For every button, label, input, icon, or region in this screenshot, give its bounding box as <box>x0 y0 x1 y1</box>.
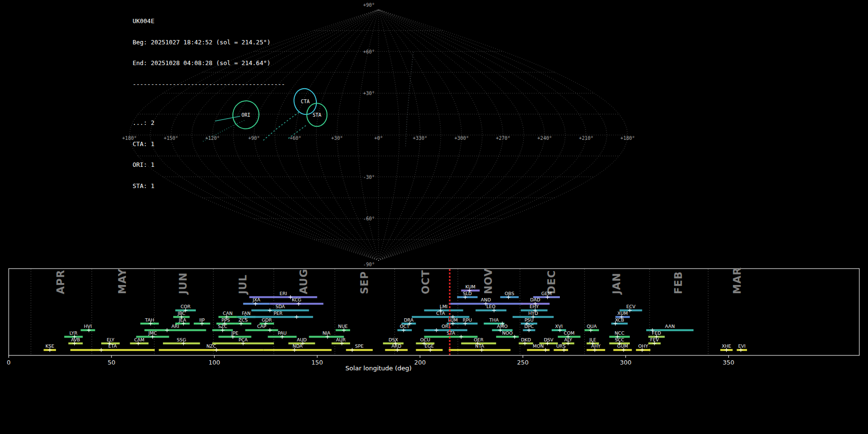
shower-bar-STA <box>424 336 478 338</box>
shower-label-DRA: DRA <box>404 317 414 323</box>
month-label-jan: JAN <box>611 272 623 295</box>
shower-label-LEO: LEO <box>487 304 496 309</box>
x-axis-title: Solar longitude (deg) <box>345 365 411 372</box>
shower-bar-NZC <box>159 349 264 351</box>
lat-label: +90° <box>363 2 375 8</box>
shower-label-NUE: NUE <box>338 324 348 329</box>
shower-label-THA: THA <box>489 317 499 323</box>
shower-label-AAN: AAN <box>665 324 675 329</box>
x-tick-label: 0 <box>7 359 11 366</box>
shower-label-HVI: HVI <box>84 324 92 329</box>
shower-label-NOO: NOO <box>502 330 513 336</box>
grid-meridian <box>316 10 379 260</box>
shower-bar-CAP <box>245 329 278 331</box>
shower-label-DKD: DKD <box>521 337 531 342</box>
shower-label-JBC: JBC <box>177 311 185 316</box>
shower-label-AVB: AVB <box>71 337 80 342</box>
shower-label-MON: MON <box>533 343 544 349</box>
shower-label-AHY: AHY <box>591 343 601 349</box>
grid-meridian <box>379 10 566 260</box>
shower-bar-NDA <box>264 349 332 351</box>
lon-label: +30° <box>331 136 343 141</box>
shower-label-STA: STA <box>447 330 455 336</box>
shower-label-KUM: KUM <box>465 284 475 289</box>
session-separator: ----------------------------------------… <box>133 81 285 88</box>
month-label-may: MAY <box>117 269 128 294</box>
shower-bar-SSG <box>163 342 200 344</box>
shower-label-ECV: ECV <box>626 304 636 309</box>
shower-bar-ZCS <box>235 323 251 325</box>
shower-label-XUM: XUM <box>617 311 628 316</box>
lon-label: +270° <box>496 136 510 141</box>
lon-label: +330° <box>413 136 427 141</box>
count-sporadic: ...: 2 <box>133 120 285 127</box>
shower-label-FAN: FAN <box>242 311 250 316</box>
shower-label-SDA: SDA <box>275 304 285 309</box>
shower-label-HYD: HYD <box>528 311 538 316</box>
shower-bar-CTA <box>412 316 469 318</box>
shower-label-ZCS: ZCS <box>239 317 248 323</box>
shower-label-DPC: DPC <box>524 324 534 329</box>
x-tick-label: 200 <box>414 359 426 366</box>
shower-bar-SLD <box>457 296 478 298</box>
shower-label-EHY: EHY <box>529 304 539 309</box>
app-root: +90°+60°+30°-30°-60°-90°+180°+150°+120°+… <box>0 0 868 434</box>
shower-label-PPS: PPS <box>221 317 230 323</box>
shower-label-SSG: SSG <box>177 337 186 342</box>
count-ori: ORI: 1 <box>133 162 285 169</box>
shower-label-XHE: XHE <box>722 343 732 349</box>
month-label-oct: OCT <box>420 270 432 294</box>
lat-label: -60° <box>363 216 375 221</box>
lon-label: +240° <box>537 136 552 141</box>
x-tick-label: 50 <box>108 359 115 366</box>
shower-label-PSU: PSU <box>525 317 534 323</box>
grid-meridian <box>379 10 399 260</box>
x-tick-label: 350 <box>723 359 734 366</box>
shower-label-ALY: ALY <box>564 337 572 342</box>
shower-label-AUR: AUR <box>336 337 346 342</box>
session-beg: Beg: 20251027 18:42:52 (sol = 214.25°) <box>133 39 285 46</box>
shower-label-CAN: CAN <box>223 311 232 316</box>
shower-label-KSE: KSE <box>45 343 54 349</box>
shower-label-OCT: OCT <box>400 324 409 329</box>
shower-label-COR: COR <box>180 304 190 309</box>
lat-label: +30° <box>363 91 375 96</box>
grid-meridian <box>337 10 379 260</box>
shower-label-ETA: ETA <box>108 343 117 349</box>
station-id: UK004E <box>133 18 285 25</box>
shower-label-AND: AND <box>481 297 491 302</box>
lat-label: -30° <box>363 175 375 180</box>
shower-label-DAD: DAD <box>530 297 540 302</box>
shower-label-GDR: GDR <box>262 317 272 323</box>
lon-label: +210° <box>579 136 593 141</box>
shower-label-TAH: TAH <box>145 317 154 323</box>
radiant-label-CTA: CTA <box>301 99 310 104</box>
shower-bar-ORI <box>424 329 468 331</box>
shower-label-EGE: EGE <box>425 343 434 349</box>
shower-label-SZC: SZC <box>218 324 228 329</box>
shower-label-PER: PER <box>274 311 283 316</box>
count-cta: CTA: 1 <box>133 141 285 148</box>
count-sta: STA: 1 <box>133 183 285 190</box>
shower-label-ORI: ORI <box>442 324 450 329</box>
grid-meridian <box>379 10 461 260</box>
shower-bar-NTA <box>449 349 511 351</box>
shower-label-EVI: EVI <box>738 343 746 349</box>
month-label-mar: MAR <box>732 267 743 294</box>
shower-label-XVI: XVI <box>555 324 563 329</box>
shower-label-ARD: ARD <box>392 343 401 349</box>
month-label-feb: FEB <box>673 271 684 294</box>
shower-label-JPE: JPE <box>231 330 239 336</box>
shower-label-SPE: SPE <box>355 343 364 349</box>
shower-label-OCU: OCU <box>420 337 430 342</box>
timeline-chart: APRMAYJUNJULAUGSEPOCTNOVDECJANFEBMAR0501… <box>7 267 859 372</box>
shower-label-IIP: IIP <box>199 317 205 323</box>
month-label-apr: APR <box>55 270 67 294</box>
shower-label-GUM: GUM <box>617 343 628 349</box>
shower-bar-LEO <box>475 310 506 312</box>
shower-label-LMI: LMI <box>440 304 448 309</box>
shower-label-NIA: NIA <box>323 330 331 336</box>
grid-meridian <box>379 10 524 260</box>
shower-label-GEM: GEM <box>542 291 552 296</box>
shower-label-JXA: JXA <box>252 297 260 302</box>
